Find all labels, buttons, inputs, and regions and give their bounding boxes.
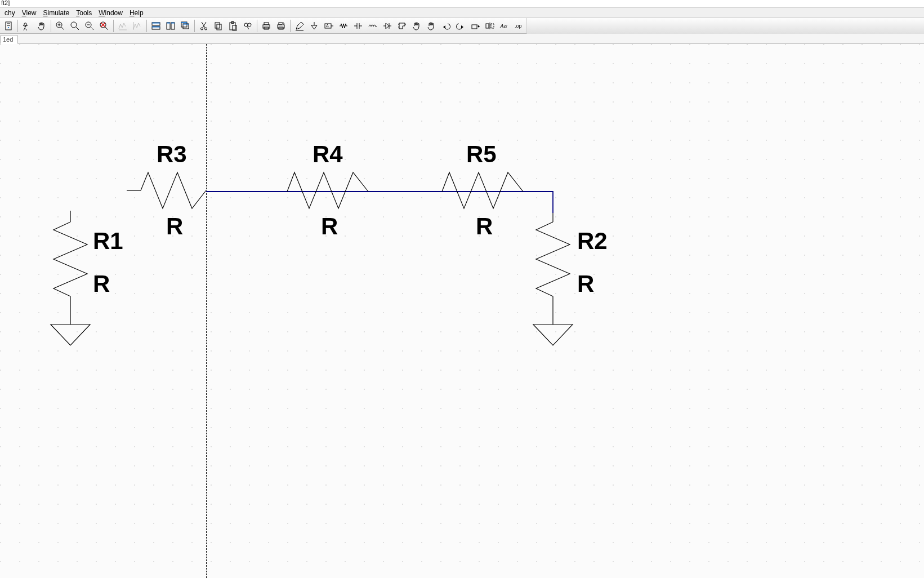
menu-bar: chy View Simulate Tools Window Help bbox=[0, 8, 924, 18]
svg-line-7 bbox=[25, 28, 27, 30]
label-R4-val[interactable]: R bbox=[321, 213, 338, 240]
menu-view[interactable]: View bbox=[19, 8, 40, 18]
svg-rect-30 bbox=[171, 23, 175, 29]
svg-marker-91 bbox=[533, 324, 573, 345]
label-R5-ref[interactable]: R5 bbox=[466, 141, 497, 168]
svg-line-17 bbox=[91, 27, 93, 30]
svg-marker-73 bbox=[443, 25, 445, 29]
svg-point-40 bbox=[205, 28, 207, 30]
window-title: ft2] bbox=[1, 0, 10, 6]
autoscale-y-icon[interactable] bbox=[131, 19, 144, 33]
svg-rect-36 bbox=[183, 24, 189, 25]
diode-icon[interactable] bbox=[381, 19, 394, 33]
label-R3-ref[interactable]: R3 bbox=[157, 141, 187, 168]
svg-point-14 bbox=[71, 22, 77, 28]
svg-text:A: A bbox=[326, 24, 329, 28]
paste-icon[interactable] bbox=[226, 19, 240, 33]
zoom-area-icon[interactable] bbox=[68, 19, 82, 33]
label-R1-ref[interactable]: R1 bbox=[93, 228, 123, 255]
zoom-in-icon[interactable] bbox=[53, 19, 67, 33]
svg-point-47 bbox=[248, 23, 251, 26]
copy-icon[interactable] bbox=[212, 19, 225, 33]
menu-window[interactable]: Window bbox=[95, 8, 126, 18]
svg-marker-74 bbox=[461, 25, 463, 29]
component-R3[interactable] bbox=[127, 172, 206, 208]
svg-rect-27 bbox=[152, 23, 160, 24]
find-icon[interactable] bbox=[241, 19, 255, 33]
menu-help[interactable]: Help bbox=[126, 8, 147, 18]
capacitor-icon[interactable] bbox=[351, 19, 365, 33]
label-R2-ref[interactable]: R2 bbox=[577, 228, 608, 255]
svg-rect-32 bbox=[171, 23, 175, 24]
tab-document[interactable]: 1ed bbox=[0, 35, 18, 44]
svg-rect-77 bbox=[486, 24, 489, 28]
menu-hierarchy[interactable]: chy bbox=[1, 8, 19, 18]
svg-rect-50 bbox=[264, 23, 269, 25]
print-setup-icon[interactable] bbox=[274, 19, 288, 33]
svg-line-20 bbox=[105, 27, 108, 30]
component-R4[interactable] bbox=[287, 172, 368, 208]
svg-point-46 bbox=[244, 23, 248, 26]
svg-line-11 bbox=[61, 27, 64, 30]
op-icon[interactable]: .op bbox=[512, 19, 526, 33]
svg-rect-42 bbox=[217, 24, 221, 30]
autoscale-x-icon[interactable] bbox=[116, 19, 130, 33]
svg-marker-87 bbox=[51, 324, 90, 345]
inductor-icon[interactable] bbox=[366, 19, 380, 33]
svg-rect-75 bbox=[472, 25, 477, 29]
label-R2-val[interactable]: R bbox=[577, 270, 594, 297]
label-R5-val[interactable]: R bbox=[476, 213, 493, 240]
pencil-icon[interactable] bbox=[293, 19, 306, 33]
svg-rect-0 bbox=[6, 22, 11, 30]
redo-icon[interactable] bbox=[454, 19, 467, 33]
svg-line-6 bbox=[24, 28, 25, 30]
mirror-icon[interactable] bbox=[483, 19, 497, 33]
label-R4-ref[interactable]: R4 bbox=[313, 141, 343, 168]
title-bar: ft2] bbox=[0, 0, 924, 8]
zoom-fit-icon[interactable] bbox=[97, 19, 111, 33]
menu-tools[interactable]: Tools bbox=[73, 8, 95, 18]
cut-icon[interactable] bbox=[197, 19, 211, 33]
component-R2[interactable] bbox=[533, 213, 573, 345]
print-icon[interactable] bbox=[260, 19, 273, 33]
svg-rect-31 bbox=[167, 23, 170, 24]
rotate-icon[interactable] bbox=[468, 19, 482, 33]
svg-marker-67 bbox=[386, 23, 389, 29]
wire-selected[interactable] bbox=[206, 192, 553, 213]
tile-h-icon[interactable] bbox=[149, 19, 163, 33]
schematic-svg bbox=[0, 44, 924, 578]
svg-rect-29 bbox=[167, 23, 170, 29]
menu-simulate[interactable]: Simulate bbox=[40, 8, 73, 18]
move-icon[interactable] bbox=[410, 19, 423, 33]
label-R3-val[interactable]: R bbox=[166, 213, 183, 240]
component-R1[interactable] bbox=[51, 211, 90, 345]
label-R1-val[interactable]: R bbox=[93, 270, 110, 297]
svg-rect-41 bbox=[215, 23, 220, 28]
svg-point-3 bbox=[8, 27, 9, 28]
schematic-icon[interactable] bbox=[2, 19, 15, 33]
drag-icon[interactable] bbox=[425, 19, 438, 33]
svg-text:.op: .op bbox=[515, 23, 522, 29]
schematic-canvas[interactable]: R1 R R2 R R3 R R4 R R5 R bbox=[0, 44, 924, 578]
run-icon[interactable] bbox=[20, 19, 34, 33]
svg-line-48 bbox=[247, 26, 249, 29]
svg-point-39 bbox=[201, 28, 203, 30]
ground-icon[interactable] bbox=[307, 19, 321, 33]
svg-point-4 bbox=[24, 23, 26, 25]
component-R5[interactable] bbox=[442, 172, 523, 208]
zoom-out-icon[interactable] bbox=[83, 19, 96, 33]
pan-hand-icon[interactable] bbox=[35, 19, 48, 33]
label-net-icon[interactable]: A bbox=[322, 19, 336, 33]
component-icon[interactable] bbox=[395, 19, 409, 33]
svg-text:Aα: Aα bbox=[499, 23, 507, 29]
cascade-icon[interactable] bbox=[178, 19, 192, 33]
text-Aa-icon[interactable]: Aα bbox=[498, 19, 511, 33]
tile-v-icon[interactable] bbox=[164, 19, 177, 33]
svg-rect-35 bbox=[181, 22, 187, 23]
svg-line-15 bbox=[76, 27, 79, 30]
toolbar: A Aα .op bbox=[0, 18, 924, 34]
undo-icon[interactable] bbox=[439, 19, 453, 33]
resistor-icon[interactable] bbox=[337, 19, 350, 33]
svg-rect-78 bbox=[491, 24, 494, 28]
tab-bar: 1ed bbox=[0, 34, 924, 44]
